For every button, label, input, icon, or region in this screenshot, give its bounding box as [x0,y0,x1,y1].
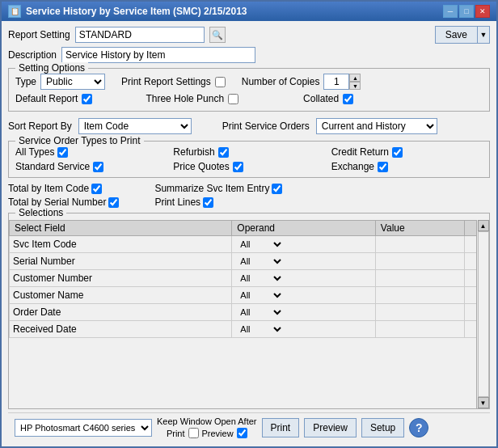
default-report-item: Default Report [15,93,92,104]
operand-select-6[interactable]: All [235,323,284,336]
sort-by-select[interactable]: Item Code Serial Number Customer Number [78,118,192,134]
window-title: Service History by Service Item (SMC) 2/… [26,6,247,17]
print-report-settings-checkbox[interactable] [215,77,226,87]
printer-select[interactable]: HP Photosmart C4600 series (redirected [15,419,152,437]
standard-service-item: Standard Service [15,161,167,172]
all-types-checkbox[interactable] [57,147,68,158]
value-received-date [375,321,464,338]
total-by-item-code-item: Total by Item Code [8,183,119,194]
help-button[interactable]: ? [409,418,428,437]
credit-return-checkbox[interactable] [392,147,403,158]
print-keep-label: Print [167,429,185,438]
operand-select-1[interactable]: All [235,238,284,251]
close-button[interactable]: ✕ [475,5,490,18]
sort-row: Sort Report By Item Code Serial Number C… [8,118,490,134]
spin-up-button[interactable]: ▲ [349,74,361,82]
refurbish-checkbox[interactable] [218,147,229,158]
operand-serial-number: All [232,253,376,270]
spin-buttons: ▲ ▼ [349,74,361,90]
scroll-track [478,231,489,397]
print-report-settings-item: Print Report Settings [121,76,226,87]
type-label: Type [15,76,36,87]
table-row: Received Date All [10,321,489,338]
field-serial-number: Serial Number [10,253,232,270]
default-report-checkbox[interactable] [82,94,92,104]
all-types-item: All Types [15,146,167,158]
operand-select-4[interactable]: All [235,289,284,302]
print-report-settings-label: Print Report Settings [121,76,211,87]
col-value: Value [375,221,464,236]
operand-select-5[interactable]: All [235,306,284,319]
print-button[interactable]: Print [262,418,300,437]
exchange-checkbox[interactable] [378,162,388,172]
setup-button[interactable]: Setup [361,418,404,437]
total-by-serial-checkbox[interactable] [108,197,119,208]
keep-window-label: Keep Window Open After [157,416,257,426]
field-customer-name: Customer Name [10,287,232,304]
operand-select-3[interactable]: All [235,272,284,285]
type-item: Type Public Private [15,74,105,90]
credit-return-label: Credit Return [331,146,389,158]
table-row: Svc Item Code All [10,236,489,253]
price-quotes-label: Price Quotes [173,161,229,172]
save-dropdown-button[interactable]: ▼ [477,26,490,44]
search-button[interactable]: 🔍 [209,27,226,43]
setting-row-2: Default Report Three Hole Punch Collated [15,91,483,106]
three-hole-punch-checkbox[interactable] [228,94,238,104]
service-order-types-group: Service Order Types to Print All Types R… [8,141,490,178]
refurbish-item: Refurbish [173,146,324,158]
three-hole-punch-item: Three Hole Punch [146,93,238,104]
main-window: 📋 Service History by Service Item (SMC) … [0,0,498,448]
print-lines-label: Print Lines [154,197,200,208]
type-select[interactable]: Public Private [40,74,105,90]
total-by-item-code-checkbox[interactable] [91,184,102,194]
print-lines-checkbox[interactable] [203,197,213,208]
totals-section: Total by Item Code Total by Serial Numbe… [8,183,490,208]
col-select-field: Select Field [10,221,232,236]
setting-row-1: Type Public Private Print Report Setting… [15,72,483,91]
operand-svc-item-code: All [232,236,376,253]
field-received-date: Received Date [10,321,232,338]
window-controls: ─ □ ✕ [443,5,490,18]
summarize-checkbox[interactable] [272,184,282,194]
standard-service-checkbox[interactable] [93,162,103,172]
table-row: Serial Number All [10,253,489,270]
description-input[interactable] [61,47,255,63]
operand-received-date: All [232,321,376,338]
service-order-types-label: Service Order Types to Print [15,135,144,146]
preview-keep-checkbox[interactable] [237,428,247,438]
report-setting-label: Report Setting [8,29,70,40]
report-setting-input[interactable] [75,27,205,43]
sort-report-by-label: Sort Report By [8,120,72,132]
operand-select-2[interactable]: All [235,255,284,268]
totals-right: Summarize Svc Item Entry Print Lines [154,183,282,208]
print-service-orders-select[interactable]: Current and History Current Only History… [316,118,437,134]
scroll-down-button[interactable]: ▼ [478,397,489,408]
app-icon: 📋 [8,5,21,18]
summarize-label: Summarize Svc Item Entry [154,183,269,194]
all-types-label: All Types [15,146,54,158]
number-of-copies-input[interactable] [323,74,349,90]
operand-customer-number: All [232,270,376,287]
selections-label: Selections [15,207,66,218]
credit-return-item: Credit Return [331,146,483,158]
collated-checkbox[interactable] [343,94,353,104]
preview-button[interactable]: Preview [304,418,357,437]
save-button[interactable]: Save [435,26,477,44]
value-svc-item-code [375,236,464,253]
maximize-button[interactable]: □ [459,5,474,18]
print-keep-checkbox[interactable] [188,428,199,438]
selections-group: Selections Select Field Operand Value [8,213,490,409]
service-types-grid: All Types Refurbish Credit Return Standa… [15,146,483,172]
scrollbar[interactable]: ▲ ▼ [476,220,489,408]
number-of-copies-label: Number of Copies [242,76,320,87]
field-customer-number: Customer Number [10,270,232,287]
scroll-up-button[interactable]: ▲ [478,220,489,231]
default-report-label: Default Report [15,93,78,104]
print-lines-item: Print Lines [154,197,282,208]
selections-table-wrapper: Select Field Operand Value Svc Item Code… [9,220,489,408]
spin-down-button[interactable]: ▼ [349,82,361,90]
price-quotes-checkbox[interactable] [233,162,243,172]
minimize-button[interactable]: ─ [443,5,458,18]
report-setting-row: Report Setting 🔍 Save ▼ [8,26,490,44]
